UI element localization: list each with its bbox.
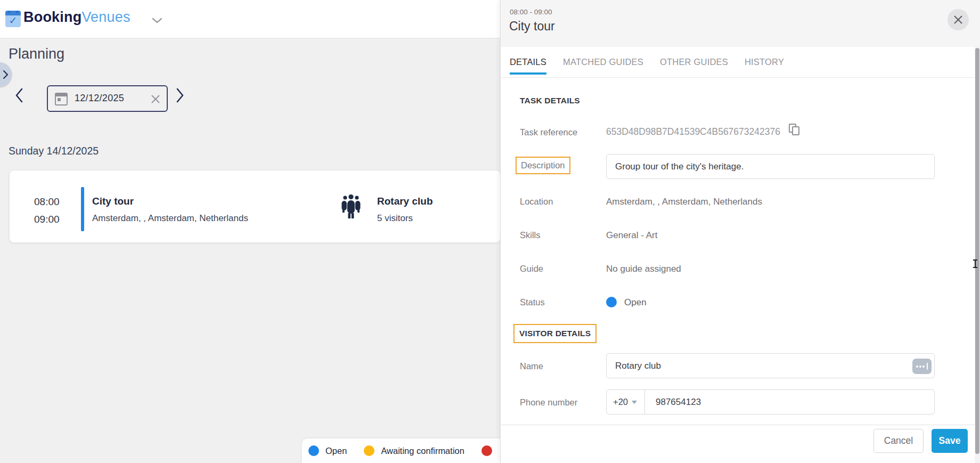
panel-tabs: DETAILS MATCHED GUIDES OTHER GUIDES HIST…: [501, 47, 980, 78]
panel-time-range: 08:00 - 09:00: [510, 8, 552, 16]
app-logo[interactable]: BookingVenues: [23, 9, 130, 26]
clear-date-icon[interactable]: [151, 94, 160, 104]
status-label: Status: [520, 297, 545, 307]
country-code-value: +20: [613, 397, 628, 407]
tab-details[interactable]: DETAILS: [510, 47, 546, 78]
tab-other-guides[interactable]: OTHER GUIDES: [660, 47, 728, 78]
task-reference-value: 653D48D98B7D41539C4B567673242376: [606, 126, 780, 137]
phone-number-label: Phone number: [520, 397, 577, 408]
visitor-count: 5 visitors: [377, 213, 413, 224]
people-group-icon: [341, 194, 361, 222]
previous-day-button[interactable]: [15, 88, 31, 104]
name-input[interactable]: [606, 353, 935, 378]
status-legend: Open Awaiting confirmation: [302, 438, 500, 463]
skills-label: Skills: [520, 230, 541, 240]
top-bar: ✓ BookingVenues: [0, 0, 500, 38]
panel-scrollbar[interactable]: [975, 47, 980, 463]
description-input[interactable]: [606, 154, 935, 179]
next-day-button[interactable]: [176, 88, 192, 104]
task-location: Amsterdam, , Amsterdam, Netherlands: [92, 213, 248, 224]
close-button[interactable]: [948, 9, 969, 30]
task-card[interactable]: 08:00 09:00 City tour Amsterdam, , Amste…: [10, 170, 500, 242]
tab-matched-guides[interactable]: MATCHED GUIDES: [563, 47, 643, 78]
date-picker-field[interactable]: 12/12/2025: [47, 85, 168, 112]
status-value: Open: [624, 297, 647, 308]
guide-value: No guide assigned: [606, 264, 681, 274]
task-reference-label: Task reference: [520, 127, 577, 137]
status-color-bar: [81, 187, 84, 231]
caret-down-icon: [632, 401, 637, 404]
guide-label: Guide: [520, 264, 543, 274]
location-label: Location: [520, 197, 553, 207]
tab-history[interactable]: HISTORY: [745, 47, 784, 78]
logo-venues-text: Venues: [81, 9, 130, 25]
location-value: Amsterdam, , Amsterdam, Netherlands: [606, 197, 762, 207]
visitor-details-section-title: VISITOR DETAILS: [514, 325, 595, 342]
panel-title: City tour: [509, 19, 555, 34]
task-start-time: 08:00: [34, 196, 60, 208]
page-title: Planning: [9, 46, 64, 62]
country-code-select[interactable]: +20: [606, 389, 645, 415]
awaiting-status-dot: [364, 445, 374, 456]
name-label: Name: [520, 361, 543, 371]
app-root: ✓ BookingVenues Planning 12/12/2025 Sund…: [0, 0, 980, 463]
task-details-section-title: TASK DETAILS: [520, 96, 580, 105]
logo-calendar-check-icon: ✓: [5, 11, 21, 27]
visitor-group-name: Rotary club: [377, 196, 433, 207]
cancelled-status-dot: [481, 445, 492, 456]
panel-header: 08:00 - 09:00 City tour: [501, 0, 980, 47]
day-heading: Sunday 14/12/2025: [9, 145, 99, 157]
sidebar-expand-button[interactable]: [0, 62, 12, 87]
open-status-dot: [308, 445, 319, 456]
status-open-dot: [606, 297, 617, 307]
calendar-icon: [55, 93, 68, 105]
legend-open-label: Open: [325, 446, 347, 456]
date-value: 12/12/2025: [75, 93, 124, 104]
input-dots-icon[interactable]: [912, 359, 932, 374]
task-end-time: 09:00: [34, 214, 60, 225]
cancel-button[interactable]: Cancel: [873, 429, 924, 453]
copy-icon[interactable]: [789, 124, 802, 137]
task-title: City tour: [92, 196, 134, 207]
chevron-down-icon[interactable]: [152, 16, 162, 26]
legend-awaiting-label: Awaiting confirmation: [381, 446, 464, 456]
logo-booking-text: Booking: [23, 9, 81, 25]
task-detail-panel: 08:00 - 09:00 City tour DETAILS MATCHED …: [500, 0, 980, 463]
scrollbar-thumb[interactable]: [975, 48, 979, 454]
skills-value: General - Art: [606, 230, 657, 241]
phone-number-input[interactable]: [644, 389, 935, 415]
text-cursor-icon: [973, 259, 978, 268]
description-label: Description: [517, 158, 569, 173]
save-button[interactable]: Save: [932, 429, 968, 453]
